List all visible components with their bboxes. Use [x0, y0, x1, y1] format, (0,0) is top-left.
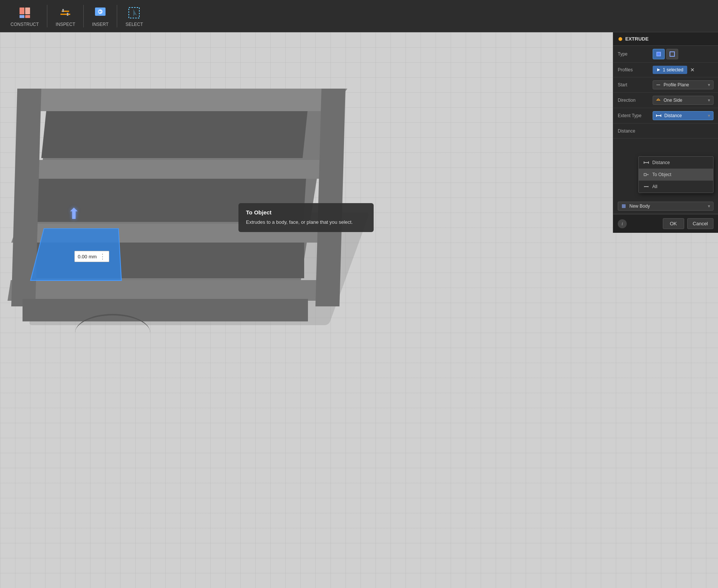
panel-row-operation: New Body ▾ [613, 199, 718, 214]
select-label: SELECT [125, 22, 143, 27]
svg-marker-12 [133, 9, 137, 17]
svg-rect-15 [670, 52, 674, 56]
distance-label: Distance [618, 128, 650, 134]
svg-rect-31 [622, 204, 626, 208]
viewport[interactable]: ⬆ 0.00 mm ⋮ To Object Extrudes to a body… [0, 32, 718, 588]
toolbar-separator-1 [47, 5, 47, 27]
svg-rect-14 [657, 53, 660, 56]
dimension-value: 0.00 mm [78, 254, 97, 259]
direction-value: One Side [664, 98, 682, 103]
shelf-bottom-detail [23, 299, 308, 321]
toolbar-item-inspect[interactable]: INSPECT [49, 2, 82, 30]
tooltip-desc: Extrudes to a body, face, or plane that … [246, 219, 366, 226]
type-button-solid[interactable] [653, 49, 665, 59]
all-menu-label: All [652, 184, 657, 189]
direction-control: One Side ▾ [653, 96, 713, 105]
toolbar-separator-3 [117, 5, 117, 27]
svg-marker-16 [657, 68, 660, 71]
construct-label: CONSTRUCT [11, 22, 39, 27]
svg-rect-2 [20, 15, 24, 18]
svg-rect-7 [67, 13, 68, 16]
panel-header-dot [618, 37, 622, 41]
panel-row-extent-type: Extent Type Distance ▾ [613, 108, 718, 124]
panel-title: EXTRUDE [625, 36, 649, 42]
3d-model-area [0, 32, 718, 588]
start-label: Start [618, 82, 650, 87]
start-dropdown[interactable]: Profile Plane ▾ [653, 80, 713, 89]
distance-menu-label: Distance [652, 160, 670, 165]
shelf-mid1 [15, 160, 342, 179]
direction-dropdown[interactable]: One Side ▾ [653, 96, 713, 105]
insert-label: INSERT [92, 22, 109, 27]
svg-rect-3 [25, 15, 30, 18]
profiles-control: 1 selected ✕ [653, 66, 713, 74]
dropdown-item-to-object[interactable]: To Object [639, 169, 713, 181]
svg-marker-29 [644, 186, 645, 187]
svg-marker-27 [648, 174, 649, 175]
profiles-label: Profiles [618, 67, 650, 72]
svg-marker-18 [657, 99, 660, 100]
profiles-value: 1 selected [663, 67, 683, 72]
insert-icon [93, 5, 108, 20]
all-menu-icon [643, 184, 649, 190]
operation-dropdown[interactable]: New Body ▾ [618, 202, 713, 211]
extent-type-dropdown[interactable]: Distance ▾ [653, 111, 713, 120]
type-button-surface[interactable] [666, 49, 678, 59]
inspect-icon [58, 5, 73, 20]
to-object-menu-label: To Object [652, 172, 671, 177]
select-icon [127, 5, 142, 20]
panel-row-direction: Direction One Side ▾ [613, 93, 718, 108]
extent-type-label: Extent Type [618, 113, 650, 118]
toolbar-item-select[interactable]: SELECT [119, 2, 150, 30]
tooltip-title: To Object [246, 209, 366, 216]
operation-value: New Body [629, 204, 650, 209]
operation-control: New Body ▾ [618, 202, 713, 211]
svg-rect-25 [644, 173, 646, 176]
panel-row-profiles: Profiles 1 selected ✕ [613, 63, 718, 77]
dimension-options-icon[interactable]: ⋮ [99, 252, 106, 261]
extrude-panel: EXTRUDE Type Profiles [613, 32, 718, 233]
panel-row-type: Type [613, 46, 718, 63]
cancel-button[interactable]: Cancel [687, 218, 713, 229]
dimension-label[interactable]: 0.00 mm ⋮ [74, 251, 109, 262]
dropdown-item-distance[interactable]: Distance [639, 157, 713, 169]
construct-icon [17, 5, 32, 20]
svg-rect-6 [62, 9, 64, 12]
shelf-top [21, 89, 347, 111]
panel-row-start: Start Profile Plane ▾ [613, 77, 718, 93]
distance-menu-icon [643, 160, 649, 166]
toolbar-separator-2 [83, 5, 84, 27]
profiles-clear-button[interactable]: ✕ [690, 67, 695, 73]
svg-rect-1 [25, 8, 30, 14]
operation-dropdown-arrow: ▾ [708, 204, 710, 209]
direction-dropdown-arrow: ▾ [708, 98, 710, 103]
toolbar-item-construct[interactable]: CONSTRUCT [4, 2, 45, 30]
profiles-button[interactable]: 1 selected [653, 66, 687, 74]
extent-type-dropdown-menu: Distance To Object All [638, 156, 713, 193]
type-control [653, 49, 713, 59]
extent-type-dropdown-arrow: ▾ [708, 113, 710, 118]
info-button[interactable]: i [618, 219, 627, 228]
ok-button[interactable]: OK [663, 218, 684, 229]
toolbar: CONSTRUCT INSPECT INSERT [0, 0, 718, 32]
start-dropdown-arrow: ▾ [708, 82, 710, 87]
dropdown-item-all[interactable]: All [639, 181, 713, 193]
inspect-label: INSPECT [56, 22, 75, 27]
shelf-bot [8, 280, 334, 301]
tooltip-box: To Object Extrudes to a body, face, or p… [238, 203, 374, 232]
toolbar-item-insert[interactable]: INSERT [85, 2, 115, 30]
type-label: Type [618, 51, 650, 57]
start-control: Profile Plane ▾ [653, 80, 713, 89]
extent-type-control: Distance ▾ [653, 111, 713, 120]
panel-footer: i OK Cancel [613, 214, 718, 233]
extent-type-value: Distance [664, 113, 682, 118]
to-object-menu-icon [643, 172, 649, 178]
panel-row-distance: Distance [613, 124, 718, 139]
start-value: Profile Plane [664, 82, 689, 87]
direction-label: Direction [618, 98, 650, 103]
extrude-arrow: ⬆ [68, 205, 80, 222]
shelf-recess1 [41, 107, 308, 158]
svg-marker-30 [648, 186, 649, 187]
shelf-curve [75, 314, 150, 351]
panel-header: EXTRUDE [613, 32, 718, 46]
